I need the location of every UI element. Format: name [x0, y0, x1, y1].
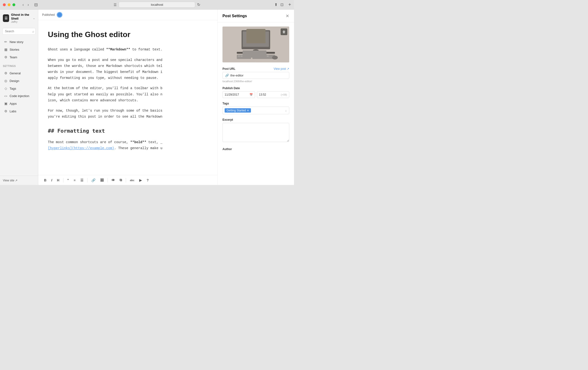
- svg-rect-9: [243, 55, 245, 57]
- tags-icon: ◇: [4, 87, 8, 90]
- sidebar-item-label: Tags: [10, 87, 16, 90]
- toolbar-spell-btn[interactable]: abc: [128, 178, 136, 183]
- tags-chevron-icon: ⌄: [285, 109, 287, 112]
- app-container: ☰ Ghost in the Shell Jaffry ⌄ ⌕ ✏ New st…: [0, 10, 294, 185]
- window-maximize-btn[interactable]: [12, 3, 15, 6]
- sidebar-item-new-story[interactable]: ✏ New story: [1, 38, 37, 46]
- toolbar-ul-btn[interactable]: ≡: [72, 177, 77, 183]
- tags-container[interactable]: Getting Started ✕ ⌄: [222, 107, 289, 114]
- sidebar-item-label: New story: [10, 40, 23, 44]
- search-input[interactable]: [2, 28, 36, 35]
- toolbar-image-btn[interactable]: 🖼: [98, 177, 105, 183]
- settings-body: 🗑 Post URL View post ↗ 🔗 localhost:2368/…: [218, 23, 294, 159]
- toolbar-preview-btn[interactable]: 👁: [110, 177, 117, 183]
- toolbar-heading-btn[interactable]: H: [55, 177, 61, 183]
- toolbar-separator-2: [87, 178, 88, 182]
- toolbar-snippet-btn[interactable]: ▶: [137, 177, 144, 183]
- timezone-badge: (+08): [281, 93, 287, 96]
- sidebar-item-label: Labs: [10, 110, 16, 113]
- view-site-link[interactable]: View site ↗: [3, 179, 35, 182]
- publish-date-label: Publish Date: [222, 87, 240, 90]
- tags-label: Tags: [222, 102, 229, 105]
- search-icon[interactable]: ⌕: [32, 30, 34, 33]
- date-value: 11/29/2017: [225, 93, 239, 96]
- excerpt-header: Excerpt: [222, 118, 289, 121]
- excerpt-textarea[interactable]: [222, 123, 289, 142]
- toolbar-quote-btn[interactable]: ": [65, 177, 71, 183]
- post-image-svg: [222, 27, 289, 62]
- excerpt-label: Excerpt: [222, 118, 233, 121]
- nav-back-btn[interactable]: ‹: [21, 2, 25, 7]
- settings-close-btn[interactable]: ✕: [286, 13, 289, 19]
- code-icon: <>: [4, 95, 8, 98]
- editor-para-4: For now, though, let's run you through s…: [48, 108, 208, 120]
- team-icon: ⚙: [4, 55, 8, 59]
- sidebar-logo: ☰ Ghost in the Shell Jaffry: [3, 13, 33, 23]
- sidebar-toggle-btn[interactable]: ⊟: [32, 2, 40, 8]
- logo-icon: ☰: [3, 14, 9, 22]
- titlebar-right: ⬆ ⊡ +: [274, 2, 291, 7]
- hyperlink-example[interactable]: [hyperlinks](https://example.com): [48, 146, 114, 150]
- url-bar[interactable]: localhost: [119, 2, 195, 8]
- search-container: ⌕: [0, 27, 38, 36]
- sidebar-item-labs[interactable]: ⚙ Labs: [1, 107, 37, 115]
- sidebar-item-design[interactable]: ◎ Design: [1, 77, 37, 85]
- sidebar-item-tags[interactable]: ◇ Tags: [1, 85, 37, 92]
- time-input[interactable]: 13:52 (+08): [257, 91, 289, 98]
- sidebar-item-label: General: [10, 71, 21, 75]
- window-close-btn[interactable]: [3, 3, 6, 6]
- post-url-header: Post URL View post ↗: [222, 67, 289, 70]
- editor-para-2: When you go to edit a post and see speci…: [48, 57, 208, 81]
- refresh-btn[interactable]: ↻: [197, 2, 200, 7]
- toolbar-italic-btn[interactable]: I: [49, 177, 54, 183]
- toolbar-ol-btn[interactable]: ☰: [78, 177, 85, 183]
- toolbar-bold-btn[interactable]: B: [42, 177, 48, 183]
- time-value: 13:52: [259, 93, 266, 96]
- link-icon: 🔗: [225, 74, 229, 77]
- view-post-link[interactable]: View post ↗: [274, 67, 289, 70]
- toolbar-link-btn[interactable]: 🔗: [89, 177, 97, 183]
- titlebar: ‹ › ⊟ ☰ localhost ↻ ⬆ ⊡ +: [0, 0, 294, 10]
- calendar-icon: 📅: [250, 93, 253, 96]
- sidebar-header[interactable]: ☰ Ghost in the Shell Jaffry ⌄: [0, 10, 38, 27]
- app-user: Jaffry: [11, 20, 33, 23]
- fullscreen-btn[interactable]: ⊡: [280, 2, 284, 7]
- svg-rect-13: [267, 55, 269, 57]
- svg-rect-4: [237, 52, 275, 54]
- sidebar-footer: View site ↗: [0, 176, 38, 185]
- window-minimize-btn[interactable]: [8, 3, 10, 6]
- sidebar-item-general[interactable]: ⚙ General: [1, 69, 37, 77]
- post-url-input[interactable]: [230, 74, 287, 77]
- tag-remove-btn[interactable]: ✕: [247, 109, 249, 112]
- svg-rect-8: [241, 55, 242, 57]
- sidebar-item-team[interactable]: ⚙ Team: [1, 53, 37, 61]
- menu-icon: ☰: [114, 3, 117, 7]
- publish-indicator: [57, 12, 63, 18]
- editor-topbar: Published: [38, 10, 218, 20]
- toolbar-help-btn[interactable]: ?: [145, 177, 151, 183]
- nav-forward-btn[interactable]: ›: [26, 2, 30, 7]
- sidebar-item-stories[interactable]: ▦ Stories: [1, 46, 37, 53]
- svg-rect-6: [252, 55, 275, 59]
- sidebar: ☰ Ghost in the Shell Jaffry ⌄ ⌕ ✏ New st…: [0, 10, 38, 185]
- share-btn[interactable]: ⬆: [274, 2, 277, 7]
- sidebar-item-apps[interactable]: ▣ Apps: [1, 100, 37, 107]
- settings-section-label: SETTINGS: [0, 62, 38, 68]
- labs-icon: ⚙: [4, 109, 8, 113]
- post-url-field: Post URL View post ↗ 🔗 localhost:2368/th…: [222, 67, 289, 83]
- general-icon: ⚙: [4, 71, 8, 75]
- sidebar-item-code-injection[interactable]: <> Code injection: [1, 92, 37, 100]
- url-hint: localhost:2368/the-editor/: [222, 80, 289, 83]
- sidebar-settings-nav: ⚙ General ◎ Design ◇ Tags <> Code inject…: [0, 68, 38, 116]
- titlebar-center: ☰ localhost ↻: [40, 2, 275, 8]
- tags-field: Tags Getting Started ✕ ⌄: [222, 102, 289, 114]
- editor-area: Published Using the Ghost editor Ghost u…: [38, 10, 218, 185]
- tags-header: Tags: [222, 102, 289, 105]
- date-input[interactable]: 11/29/2017 📅: [222, 91, 255, 98]
- image-delete-btn[interactable]: 🗑: [281, 29, 287, 35]
- author-label: Author: [222, 148, 232, 151]
- editor-content[interactable]: Using the Ghost editor Ghost uses a lang…: [38, 20, 218, 175]
- date-time-row: 11/29/2017 📅 13:52 (+08): [222, 91, 289, 98]
- toolbar-split-btn[interactable]: ⧉: [118, 177, 124, 183]
- add-tab-btn[interactable]: +: [288, 2, 291, 7]
